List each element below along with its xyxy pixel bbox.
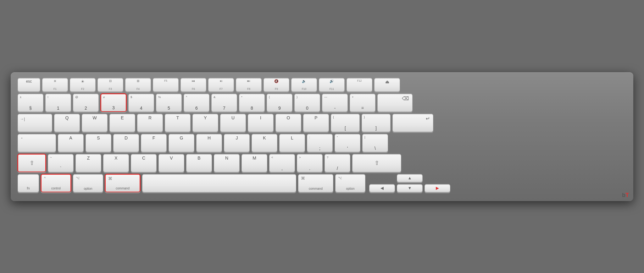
key-x[interactable]: X	[103, 154, 129, 172]
key-k[interactable]: K	[252, 134, 277, 152]
key-l[interactable]: L	[279, 134, 305, 152]
key-arrow-down[interactable]: ▼	[397, 184, 423, 192]
key-f12[interactable]: F12	[347, 78, 372, 92]
key-f7[interactable]: ⏯ F7	[208, 78, 234, 92]
key-f[interactable]: F	[141, 134, 167, 152]
key-lt-label: <	[271, 156, 273, 159]
key-m[interactable]: M	[242, 154, 267, 172]
key-shift-right[interactable]: ⇧	[352, 154, 401, 172]
volume-low-icon: 🔉	[302, 79, 306, 83]
key-h[interactable]: H	[196, 134, 222, 152]
key-j[interactable]: J	[224, 134, 250, 152]
key-i[interactable]: I	[248, 114, 274, 132]
key-semicolon[interactable]: : ;	[307, 134, 333, 152]
key-enter[interactable]: ↵	[392, 114, 433, 132]
key-shift-left[interactable]: ⇧	[18, 154, 46, 172]
key-command-left[interactable]: ⌘ command	[105, 174, 140, 192]
key-9-main: 9	[278, 106, 281, 110]
key-y[interactable]: Y	[192, 114, 218, 132]
keyboard: esc ☀ F1 ☀ F2 ⊟ F3 ⊞ F4 F5 ⏮ F6 ⏯ F7	[11, 72, 633, 201]
key-3[interactable]: # 3	[101, 94, 126, 112]
key-quote[interactable]: " '	[335, 134, 360, 152]
key-e[interactable]: E	[109, 114, 135, 132]
key-minus[interactable]: — -	[322, 94, 348, 112]
key-6[interactable]: ^ 6	[184, 94, 209, 112]
key-c[interactable]: C	[131, 154, 157, 172]
key-slash[interactable]: ? /	[325, 154, 350, 172]
key-u[interactable]: U	[220, 114, 246, 132]
key-control[interactable]: ^ control	[41, 174, 71, 192]
key-semicolon-label: ;	[319, 146, 320, 150]
key-arrow-right[interactable]: ▶	[425, 184, 450, 192]
f3-label: F3	[109, 87, 112, 90]
key-f3[interactable]: ⊟ F3	[97, 78, 123, 92]
fast-forward-icon: ⏭	[247, 79, 250, 83]
key-equals-main: =	[361, 106, 364, 110]
key-t[interactable]: T	[165, 114, 191, 132]
key-9-top: (	[269, 96, 270, 99]
key-backslash[interactable]: | \	[362, 134, 388, 152]
key-0[interactable]: ) 0	[294, 94, 320, 112]
key-q[interactable]: Q	[54, 114, 80, 132]
key-f10[interactable]: 🔉 F10	[291, 78, 317, 92]
key-d[interactable]: D	[113, 134, 139, 152]
key-dquote-label: "	[337, 136, 338, 139]
key-1[interactable]: ! 1	[45, 94, 71, 112]
key-p[interactable]: P	[303, 114, 329, 132]
key-5[interactable]: % 5	[156, 94, 182, 112]
key-6-main: 6	[195, 106, 198, 110]
key-g[interactable]: G	[169, 134, 194, 152]
key-4[interactable]: $ 4	[128, 94, 154, 112]
key-section[interactable]: ± §	[18, 94, 43, 112]
key-n[interactable]: N	[214, 154, 240, 172]
key-a[interactable]: A	[58, 134, 84, 152]
key-esc[interactable]: esc	[18, 78, 40, 92]
key-b[interactable]: B	[186, 154, 212, 172]
key-f5[interactable]: F5	[153, 78, 179, 92]
key-o[interactable]: O	[275, 114, 301, 132]
key-k-label: K	[263, 136, 266, 140]
key-caps-lock[interactable]: ●	[18, 134, 56, 152]
key-w[interactable]: W	[82, 114, 108, 132]
key-option-right[interactable]: ⌥ option	[335, 174, 365, 192]
key-r[interactable]: R	[137, 114, 163, 132]
key-f2[interactable]: ☀ F2	[70, 78, 96, 92]
key-z[interactable]: Z	[75, 154, 101, 172]
key-f4[interactable]: ⊞ F4	[125, 78, 151, 92]
key-3-main: 3	[112, 106, 115, 110]
key-v[interactable]: V	[158, 154, 184, 172]
key-backspace[interactable]: ⌫	[377, 94, 413, 112]
key-backtick[interactable]: ~ `	[48, 154, 74, 172]
arrow-left-icon: ◀	[380, 186, 384, 190]
key-8[interactable]: * 8	[239, 94, 265, 112]
key-rbracket[interactable]: } ]	[362, 114, 391, 132]
key-fn[interactable]: fn	[18, 174, 39, 192]
logo-T: T	[625, 192, 629, 198]
key-period[interactable]: > .	[297, 154, 323, 172]
key-option-left[interactable]: ⌥ option	[73, 174, 103, 192]
home-row: ● A S D F G H J K L : ; " ' | \	[18, 134, 626, 152]
key-z-label: Z	[87, 156, 90, 160]
key-i-label: I	[260, 116, 261, 120]
key-arrow-left[interactable]: ◀	[369, 184, 395, 192]
key-f1[interactable]: ☀ F1	[42, 78, 68, 92]
key-f8[interactable]: ⏭ F8	[236, 78, 262, 92]
shift-row: ⇧ ~ ` Z X C V B N M < , > . ? / ⇧	[18, 154, 626, 172]
key-command-right[interactable]: ⌘ command	[298, 174, 333, 192]
key-arrow-up[interactable]: ▲	[397, 174, 423, 182]
key-s[interactable]: S	[86, 134, 111, 152]
key-f11[interactable]: 🔊 F11	[319, 78, 345, 92]
key-space[interactable]	[142, 174, 296, 192]
key-f9[interactable]: 🔇 F9	[264, 78, 289, 92]
key-tab[interactable]: →|	[18, 114, 52, 132]
key-equals[interactable]: + =	[350, 94, 375, 112]
key-eject[interactable]: ⏏	[374, 78, 400, 92]
key-minus-top: —	[324, 96, 327, 99]
key-7[interactable]: & 7	[211, 94, 237, 112]
key-comma[interactable]: < ,	[269, 154, 295, 172]
key-lbracket[interactable]: { [	[331, 114, 360, 132]
key-f6[interactable]: ⏮ F6	[180, 78, 206, 92]
key-2[interactable]: @ 2	[73, 94, 99, 112]
key-9[interactable]: ( 9	[267, 94, 292, 112]
bottom-row: fn ^ control ⌥ option ⌘ command ⌘ comman…	[18, 174, 626, 192]
